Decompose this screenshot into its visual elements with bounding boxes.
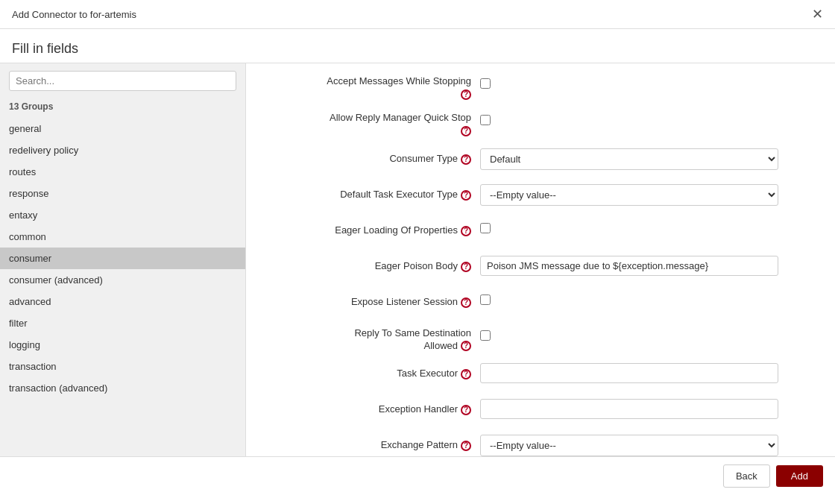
close-button[interactable]: ✕ [812, 7, 823, 21]
input-task-executor[interactable] [480, 363, 778, 383]
field-accept-messages: Accept Messages While Stopping ? [264, 75, 817, 100]
select-exchange-pattern[interactable]: --Empty value-- [480, 435, 778, 456]
field-exchange-pattern: Exchange Pattern ? --Empty value-- [264, 435, 817, 456]
content-area: 13 Groups general redelivery policy rout… [0, 63, 835, 456]
checkbox-accept-messages[interactable] [480, 78, 491, 89]
label-default-task-executor: Default Task Executor Type [340, 189, 458, 200]
help-icon-eager-poison-body[interactable]: ? [461, 262, 471, 272]
help-icon-exception-handler[interactable]: ? [461, 405, 471, 415]
sidebar-list: general redelivery policy routes respons… [0, 118, 245, 456]
sidebar-item-common[interactable]: common [0, 226, 245, 248]
field-task-executor: Task Executor ? [264, 363, 817, 387]
field-exception-handler: Exception Handler ? [264, 399, 817, 423]
sidebar: 13 Groups general redelivery policy rout… [0, 63, 246, 456]
help-icon-expose-listener[interactable]: ? [461, 297, 471, 308]
field-reply-to-same: Reply To Same Destination Allowed ? [264, 327, 817, 351]
help-icon-allow-reply[interactable]: ? [461, 126, 471, 136]
add-button[interactable]: Add [776, 465, 823, 487]
help-icon-task-executor[interactable]: ? [461, 369, 471, 379]
label-accept-messages: Accept Messages While Stopping [327, 75, 471, 86]
label-eager-loading: Eager Loading Of Properties [335, 224, 458, 236]
groups-header: 13 Groups [0, 98, 245, 118]
sidebar-item-general[interactable]: general [0, 118, 245, 139]
page-title: Fill in fields [0, 29, 835, 63]
sidebar-item-response[interactable]: response [0, 183, 245, 204]
input-eager-poison-body[interactable] [480, 256, 778, 276]
input-exception-handler[interactable] [480, 399, 778, 419]
label-task-executor: Task Executor [397, 368, 458, 379]
sidebar-item-routes[interactable]: routes [0, 161, 245, 183]
main-panel: Accept Messages While Stopping ? Allow R… [246, 63, 835, 456]
label-expose-listener: Expose Listener Session [351, 296, 458, 307]
sidebar-item-transaction[interactable]: transaction [0, 356, 245, 377]
label-eager-poison-body: Eager Poison Body [375, 260, 458, 271]
label-allow-reply: Allow Reply Manager Quick Stop [330, 112, 471, 123]
back-button[interactable]: Back [723, 464, 770, 488]
field-expose-listener: Expose Listener Session ? [264, 292, 817, 315]
footer-bar: Back Add [0, 456, 835, 495]
select-default-task-executor[interactable]: --Empty value-- [480, 184, 778, 206]
sidebar-item-transaction-advanced[interactable]: transaction (advanced) [0, 377, 245, 399]
help-icon-accept-messages[interactable]: ? [461, 89, 471, 100]
modal-title: Add Connector to for-artemis [12, 9, 136, 20]
help-icon-consumer-type[interactable]: ? [461, 154, 471, 165]
label-reply-to-same-line1: Reply To Same Destination [354, 327, 471, 338]
field-allow-reply: Allow Reply Manager Quick Stop ? [264, 112, 817, 136]
help-icon-exchange-pattern[interactable]: ? [461, 441, 471, 451]
label-exception-handler: Exception Handler [379, 403, 458, 415]
field-eager-loading: Eager Loading Of Properties ? [264, 220, 817, 244]
label-exchange-pattern: Exchange Pattern [381, 439, 458, 450]
sidebar-item-advanced[interactable]: advanced [0, 291, 245, 312]
checkbox-expose-listener[interactable] [480, 294, 491, 305]
checkbox-eager-loading[interactable] [480, 223, 491, 233]
modal-header: Add Connector to for-artemis ✕ [0, 0, 835, 29]
search-input[interactable] [9, 71, 236, 91]
sidebar-item-consumer[interactable]: consumer [0, 248, 245, 269]
help-icon-reply-to-same[interactable]: ? [461, 341, 471, 351]
help-icon-eager-loading[interactable]: ? [461, 226, 471, 236]
label-consumer-type: Consumer Type [389, 153, 458, 164]
sidebar-item-logging[interactable]: logging [0, 334, 245, 356]
sidebar-item-filter[interactable]: filter [0, 312, 245, 334]
checkbox-allow-reply[interactable] [480, 115, 491, 125]
field-default-task-executor: Default Task Executor Type ? --Empty val… [264, 184, 817, 208]
help-icon-default-task-executor[interactable]: ? [461, 190, 471, 201]
field-consumer-type: Consumer Type ? Default Simple [264, 148, 817, 172]
checkbox-reply-to-same[interactable] [480, 330, 491, 341]
sidebar-item-consumer-advanced[interactable]: consumer (advanced) [0, 269, 245, 291]
sidebar-item-entaxy[interactable]: entaxy [0, 204, 245, 226]
sidebar-item-redelivery-policy[interactable]: redelivery policy [0, 139, 245, 161]
label-reply-to-same-line2: Allowed [423, 340, 458, 351]
select-consumer-type[interactable]: Default Simple [480, 148, 778, 170]
field-eager-poison-body: Eager Poison Body ? [264, 256, 817, 280]
